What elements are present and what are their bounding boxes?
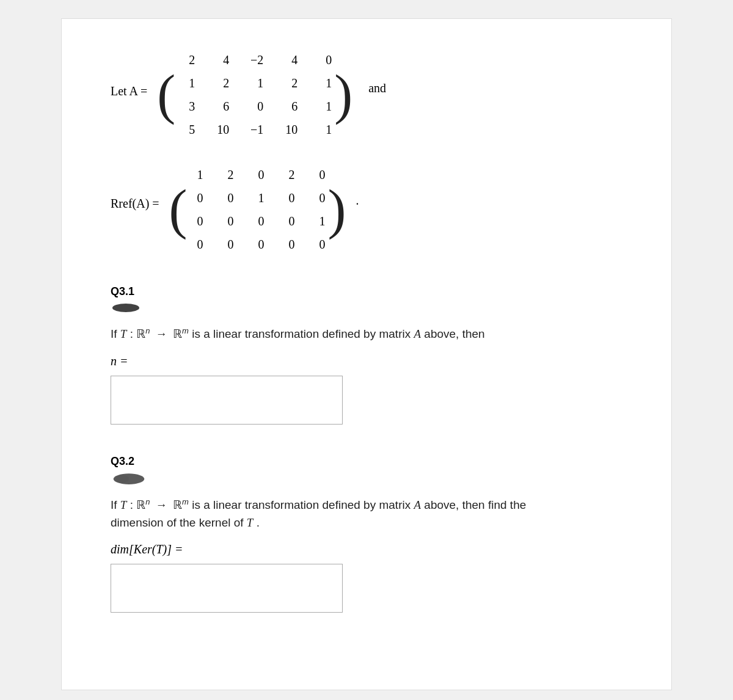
q31-number: Q3.1 bbox=[111, 285, 622, 298]
matrix-cell: 0 bbox=[312, 164, 326, 185]
q32-answer-box[interactable] bbox=[111, 564, 343, 613]
matrix-cell: 0 bbox=[221, 234, 234, 255]
q31-text: If T : ℝn → ℝm is a linear transformatio… bbox=[111, 325, 622, 343]
matrix-rref-body: 12020001000000100000 bbox=[190, 164, 326, 255]
intro-section: Let A = ( 24−2401212136061510−1101 ) and bbox=[111, 49, 622, 140]
matrix-cell: 1 bbox=[315, 73, 332, 93]
matrix-cell: 1 bbox=[190, 164, 203, 185]
matrix-cell: 0 bbox=[221, 188, 234, 208]
matrix-cell: 4 bbox=[280, 49, 297, 70]
let-a-label: Let A = bbox=[111, 81, 147, 101]
matrix-cell: 0 bbox=[312, 234, 326, 255]
q32-dim-line: dim[Ker(T)] = bbox=[111, 542, 622, 556]
svg-point-2 bbox=[115, 475, 129, 483]
matrix-cell: 1 bbox=[315, 119, 332, 140]
matrix-cell: 2 bbox=[212, 73, 229, 93]
matrix-cell: 3 bbox=[178, 96, 195, 117]
matrix-cell: 4 bbox=[212, 49, 229, 70]
matrix-cell: 5 bbox=[178, 119, 195, 140]
matrix-cell: 0 bbox=[190, 234, 203, 255]
matrix-cell: 1 bbox=[315, 96, 332, 117]
matrix-cell: 2 bbox=[221, 164, 234, 185]
matrix-cell: 0 bbox=[221, 211, 234, 232]
matrix-cell: 1 bbox=[246, 73, 263, 93]
matrix-cell: 2 bbox=[178, 49, 195, 70]
matrix-cell: 0 bbox=[246, 96, 263, 117]
matrix-cell: 0 bbox=[282, 188, 295, 208]
q31-variable-line: n = bbox=[111, 354, 622, 368]
matrix-cell: 0 bbox=[312, 188, 326, 208]
matrix-cell: 1 bbox=[312, 211, 326, 232]
matrix-cell: 0 bbox=[282, 211, 295, 232]
q32-scribble bbox=[111, 472, 147, 485]
bracket-right-A: ) bbox=[334, 67, 352, 122]
page-container: Let A = ( 24−2401212136061510−1101 ) and… bbox=[61, 18, 672, 690]
matrix-cell: 0 bbox=[282, 234, 295, 255]
q31-answer-box[interactable] bbox=[111, 376, 343, 425]
matrix-cell: 0 bbox=[251, 234, 264, 255]
q32-number: Q3.2 bbox=[111, 455, 622, 468]
matrix-cell: 6 bbox=[212, 96, 229, 117]
matrix-cell: 10 bbox=[280, 119, 297, 140]
matrix-cell: 2 bbox=[282, 164, 295, 185]
matrix-cell: 6 bbox=[280, 96, 297, 117]
matrix-cell: 0 bbox=[190, 211, 203, 232]
q31-section: Q3.1 If T : ℝn → ℝm is a linear transfor… bbox=[111, 285, 622, 425]
matrix-cell: −1 bbox=[246, 119, 263, 140]
q31-scribble bbox=[111, 302, 141, 314]
matrix-cell: 0 bbox=[190, 188, 203, 208]
svg-point-0 bbox=[112, 304, 139, 312]
and-label: and bbox=[368, 81, 386, 95]
matrix-A-body: 24−2401212136061510−1101 bbox=[178, 49, 332, 140]
matrix-cell: 10 bbox=[212, 119, 229, 140]
bracket-left-A: ( bbox=[157, 67, 175, 122]
bracket-left-rref: ( bbox=[169, 182, 188, 237]
matrix-cell: 1 bbox=[251, 188, 264, 208]
rref-label: Rref(A) = bbox=[111, 194, 159, 213]
q32-section: Q3.2 If T : ℝn → ℝm is a linear transfor… bbox=[111, 455, 622, 613]
matrix-cell: 0 bbox=[315, 49, 332, 70]
rref-section: Rref(A) = ( 12020001000000100000 ) . bbox=[111, 164, 622, 255]
matrix-rref-wrapper: ( 12020001000000100000 ) bbox=[169, 164, 346, 255]
bracket-right-rref: ) bbox=[328, 182, 346, 237]
matrix-cell: 0 bbox=[251, 164, 264, 185]
matrix-cell: 1 bbox=[178, 73, 195, 93]
q32-text: If T : ℝn → ℝm is a linear transformatio… bbox=[111, 496, 622, 531]
matrix-cell: 2 bbox=[280, 73, 297, 93]
matrix-cell: −2 bbox=[246, 49, 263, 70]
matrix-cell: 0 bbox=[251, 211, 264, 232]
matrix-A-wrapper: ( 24−2401212136061510−1101 ) bbox=[157, 49, 352, 140]
rref-dot: . bbox=[356, 194, 359, 208]
